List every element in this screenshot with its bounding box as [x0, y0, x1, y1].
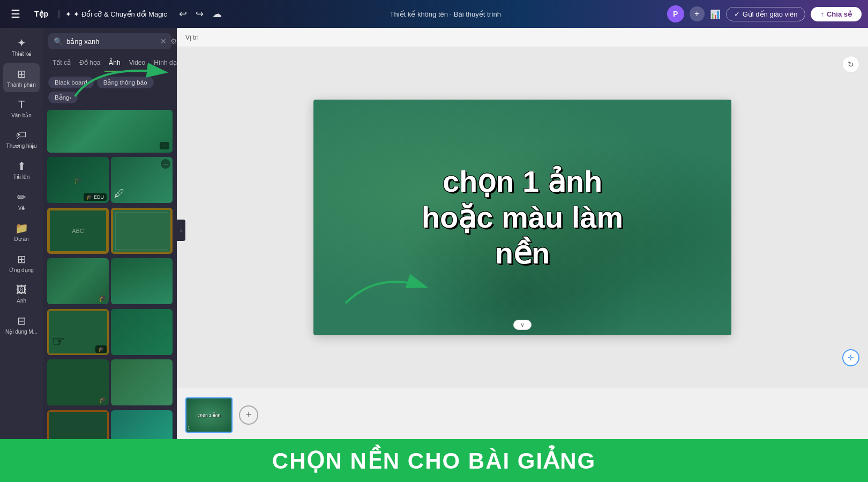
slide-line2: hoặc màu làm — [334, 199, 710, 235]
tab-shapes[interactable]: Hình dạ... — [149, 55, 177, 72]
list-item[interactable]: 🎓 🎓 EDU — [47, 157, 109, 203]
upload-icon: ⬆ — [17, 160, 26, 172]
filter-icon[interactable]: ⚙ — [170, 37, 177, 46]
document-title: Thiết kế không tên · Bài thuyết trình — [229, 10, 662, 18]
text-icon: T — [18, 99, 25, 111]
chip-board[interactable]: Bảng› — [48, 92, 78, 103]
slide-number: 1 — [188, 425, 190, 431]
photos-icon: 🖼 — [16, 284, 27, 296]
list-item[interactable]: ☞ 🎓 — [47, 309, 109, 355]
search-input[interactable] — [66, 37, 156, 46]
tab-video[interactable]: Video — [125, 55, 149, 72]
brand-icon: 🏷 — [16, 129, 27, 141]
analytics-icon[interactable]: 📊 — [710, 9, 721, 19]
tab-all[interactable]: Tất cả — [48, 55, 75, 72]
undo-button[interactable]: ↩ — [177, 6, 189, 22]
slides-panel: chọn 1 ảnh 1 + — [177, 388, 868, 441]
list-item[interactable]: 🎓 — [47, 359, 109, 405]
canvas-area: Vị trí chọn 1 ảnh hoặc màu làm nền — [177, 28, 868, 461]
list-item[interactable] — [111, 309, 173, 355]
list-item[interactable]: ··· — [47, 110, 173, 153]
list-item[interactable]: ABC — [47, 208, 109, 254]
sidebar-item-content[interactable]: ⊟ Nội dung M... — [3, 310, 40, 339]
redo-button[interactable]: ↪ — [193, 6, 206, 22]
magic-icon: ✦ — [65, 10, 71, 18]
draw-icon: ✏ — [17, 191, 26, 204]
elements-icon: ⊞ — [17, 67, 26, 80]
cloud-icon: ☁ — [210, 6, 224, 22]
position-label: Vị trí — [185, 34, 199, 41]
share-icon: ↑ — [820, 10, 824, 18]
chip-notice[interactable]: Bảng thông báo — [97, 77, 154, 88]
sidebar-item-elements[interactable]: ⊞ Thành phần — [3, 63, 40, 92]
tab-graphics[interactable]: Đồ họa — [75, 55, 104, 72]
list-item[interactable] — [111, 359, 173, 405]
projects-icon: 📁 — [15, 222, 28, 235]
search-bar: 🔍 ✕ ⚙ — [48, 33, 171, 49]
sidebar-item-photos[interactable]: 🖼 Ảnh — [3, 280, 40, 308]
sidebar-item-projects[interactable]: 📁 Dự án — [3, 217, 40, 246]
sidebar-item-design[interactable]: ✦ Thiết kế — [3, 32, 40, 61]
bottom-banner-text: CHỌN NỀN CHO BÀI GIẢNG — [272, 448, 596, 474]
position-bar: Vị trí — [177, 28, 868, 47]
left-panel: 🔍 ✕ ⚙ Tất cả Đồ họa Ảnh Video Hình dạ...… — [43, 28, 177, 461]
image-grid: ··· 🎓 🎓 EDU ··· 🖊 — [43, 108, 177, 461]
share-button[interactable]: ↑ Chia sẻ — [811, 7, 862, 21]
list-item[interactable]: ··· 🖊 — [111, 157, 173, 203]
content-icon: ⊟ — [17, 314, 26, 327]
teacher-check-icon: ✓ — [734, 10, 740, 18]
category-tabs: Tất cả Đồ họa Ảnh Video Hình dạ... › — [43, 55, 177, 72]
crown-badge: 🎓 — [95, 345, 107, 353]
arrow-to-slide-svg — [335, 260, 442, 314]
add-slide-button[interactable]: + — [239, 405, 258, 425]
sidebar-item-upload[interactable]: ⬆ Tải lên — [3, 155, 40, 184]
send-to-teacher-button[interactable]: ✓ Gửi đến giáo viên — [726, 7, 806, 21]
sidebar-icons: ✦ Thiết kế ⊞ Thành phần T Văn bản 🏷 Thươ… — [0, 28, 43, 461]
chip-blackboard[interactable]: Black board — [48, 77, 94, 88]
magic-button[interactable]: ✦ ✦ Đổi cỡ & Chuyển đổi Magic — [65, 10, 167, 18]
menu-icon[interactable]: ☰ — [6, 5, 25, 22]
refresh-button[interactable]: ↻ — [842, 56, 859, 73]
brand-label[interactable]: Tệp — [30, 10, 53, 18]
header: ☰ Tệp | ✦ ✦ Đổi cỡ & Chuyển đổi Magic ↩ … — [0, 0, 868, 28]
separator: | — [58, 9, 60, 19]
slide-thumbnail-1[interactable]: chọn 1 ảnh 1 — [185, 397, 233, 433]
clear-search-icon[interactable]: ✕ — [160, 37, 167, 46]
apps-icon: ⊞ — [17, 253, 26, 266]
undo-redo-group: ↩ ↪ ☁ — [177, 6, 224, 22]
filter-chips: Black board Bảng thông báo Bảng› — [43, 72, 177, 108]
slide-line1: chọn 1 ảnh — [334, 163, 710, 199]
sidebar-item-brand[interactable]: 🏷 Thương hiệu — [3, 125, 40, 153]
header-right: P + 📊 ✓ Gửi đến giáo viên ↑ Chia sẻ — [667, 5, 862, 22]
sidebar-item-apps[interactable]: ⊞ Ứng dụng — [3, 248, 40, 277]
design-icon: ✦ — [17, 36, 26, 49]
sidebar-item-draw[interactable]: ✏ Vẽ — [3, 186, 40, 215]
bottom-banner: CHỌN NỀN CHO BÀI GIẢNG — [0, 439, 868, 482]
main-content: ✦ Thiết kế ⊞ Thành phần T Văn bản 🏷 Thươ… — [0, 28, 868, 461]
tab-photos[interactable]: Ảnh — [104, 55, 124, 72]
move-button[interactable]: ✛ — [842, 349, 859, 366]
slide-main-text: chọn 1 ảnh hoặc màu làm nền — [334, 163, 710, 272]
list-item[interactable] — [111, 258, 173, 304]
canvas-slide[interactable]: chọn 1 ảnh hoặc màu làm nền — [313, 100, 731, 335]
edu-badge: 🎓 EDU — [84, 193, 107, 201]
list-item[interactable] — [111, 208, 173, 254]
list-item[interactable]: 🎓 — [47, 258, 109, 304]
add-collaborator-button[interactable]: + — [690, 6, 705, 21]
search-icon: 🔍 — [54, 37, 63, 46]
expand-handle[interactable]: ∨ — [513, 320, 532, 330]
canvas-viewport: chọn 1 ảnh hoặc màu làm nền — [177, 47, 868, 388]
avatar[interactable]: P — [667, 5, 684, 22]
sidebar-item-text[interactable]: T Văn bản — [3, 94, 40, 123]
panel-collapse-button[interactable]: ‹ — [177, 220, 185, 241]
